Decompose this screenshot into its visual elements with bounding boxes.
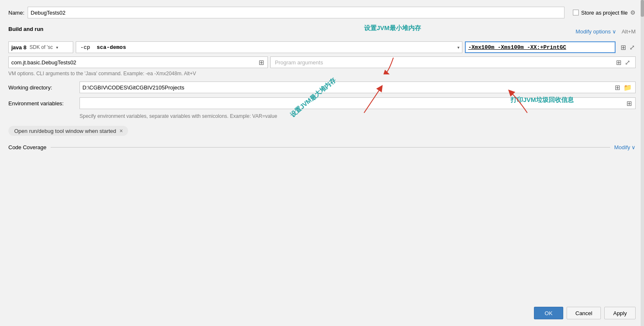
name-row: Name: Store as project file ⚙ [8, 7, 636, 18]
main-class-input[interactable]: com.jt.basic.DebugTests02 ⊞ [8, 56, 268, 68]
working-directory-value: D:\CGBIV\CODES\GitCGBIV2105Projects [82, 84, 184, 91]
dialog-footer: OK Cancel Apply [0, 303, 644, 326]
working-directory-icons: ⊞ 📁 [614, 83, 633, 92]
sdk-dropdown-arrow: ▾ [56, 45, 58, 50]
code-coverage-row: Code Coverage Modify ∨ [8, 144, 636, 150]
working-directory-label: Working directory: [8, 84, 75, 91]
working-dir-edit-icon[interactable]: ⊞ [614, 83, 621, 92]
vm-options-input[interactable]: -Xmx100m -Xms100m -XX:+PrintGC [465, 41, 616, 53]
chip-close-button[interactable]: × [120, 127, 123, 134]
env-hint-text: Specify environment variables, separate … [80, 113, 636, 119]
chip-label: Open run/debug tool window when started [14, 128, 116, 134]
sdk-label: java 8 [11, 44, 26, 51]
env-vars-label: Environment variables: [8, 100, 75, 107]
store-project-label: Store as project file [581, 10, 628, 16]
modify-options-shortcut: Alt+M [621, 28, 636, 35]
store-project-row: Store as project file ⚙ [573, 9, 636, 16]
classpath-text: -cp sca-demos [80, 44, 126, 51]
coverage-modify-button[interactable]: Modify ∨ [614, 144, 636, 150]
env-vars-row: Environment variables: ⊞ [8, 97, 636, 109]
build-row2: com.jt.basic.DebugTests02 ⊞ Program argu… [8, 56, 636, 68]
classpath-dropdown[interactable]: -cp sca-demos ▾ [76, 41, 462, 53]
working-directory-input[interactable]: D:\CGBIV\CODES\GitCGBIV2105Projects ⊞ 📁 [80, 82, 636, 93]
main-class-edit-icon[interactable]: ⊞ [258, 58, 265, 67]
program-args-edit-icon[interactable]: ⊞ [615, 58, 622, 67]
vm-options-value: -Xmx100m -Xms100m -XX:+PrintGC [468, 44, 566, 51]
working-dir-folder-icon[interactable]: 📁 [623, 83, 633, 92]
apply-button[interactable]: Apply [604, 307, 636, 319]
program-args-input[interactable]: Program arguments ⊞ ⤢ [270, 56, 636, 68]
dialog: Name: Store as project file ⚙ Build and … [0, 0, 644, 326]
working-directory-row: Working directory: D:\CGBIV\CODES\GitCGB… [8, 82, 636, 93]
env-vars-input[interactable]: ⊞ [80, 97, 636, 109]
modify-options-button[interactable]: Modify options ∨ [576, 28, 617, 35]
sdk-dropdown[interactable]: java 8 SDK of 'sc ▾ [8, 41, 73, 53]
coverage-divider [51, 147, 610, 148]
modify-options-area: Modify options ∨ Alt+M [576, 28, 636, 35]
sdk-sub: SDK of 'sc [28, 44, 53, 50]
coverage-label: Code Coverage [8, 144, 46, 150]
ok-button[interactable]: OK [534, 307, 563, 319]
vm-hint-text: VM options. CLI arguments to the 'Java' … [8, 71, 636, 76]
vm-options-expand-icon[interactable]: ⤢ [629, 43, 636, 52]
main-class-value: com.jt.basic.DebugTests02 [11, 59, 76, 66]
vm-options-icons: ⊞ ⤢ [620, 43, 636, 52]
name-label: Name: [8, 10, 24, 16]
section-title: Build and run [8, 26, 44, 32]
program-args-expand-icon[interactable]: ⤢ [624, 58, 631, 67]
build-run-header: Build and run Modify options ∨ Alt+M [8, 26, 636, 37]
build-row1: java 8 SDK of 'sc ▾ -cp sca-demos ▾ -Xmx… [8, 41, 636, 53]
scrollbar-thumb[interactable] [641, 0, 644, 17]
program-args-placeholder: Program arguments [275, 59, 323, 66]
gear-icon[interactable]: ⚙ [630, 9, 636, 16]
dialog-content: Name: Store as project file ⚙ Build and … [0, 0, 644, 303]
env-vars-edit-icon[interactable]: ⊞ [626, 99, 633, 108]
chip-row: Open run/debug tool window when started … [8, 126, 636, 136]
program-args-icons: ⊞ ⤢ [615, 58, 631, 67]
name-input[interactable] [28, 7, 564, 18]
debug-tool-chip: Open run/debug tool window when started … [8, 126, 128, 136]
classpath-dropdown-arrow: ▾ [457, 45, 459, 50]
scrollbar[interactable] [641, 0, 644, 326]
vm-options-edit-icon[interactable]: ⊞ [620, 43, 627, 52]
cancel-button[interactable]: Cancel [567, 307, 601, 319]
store-project-checkbox[interactable] [573, 10, 579, 15]
